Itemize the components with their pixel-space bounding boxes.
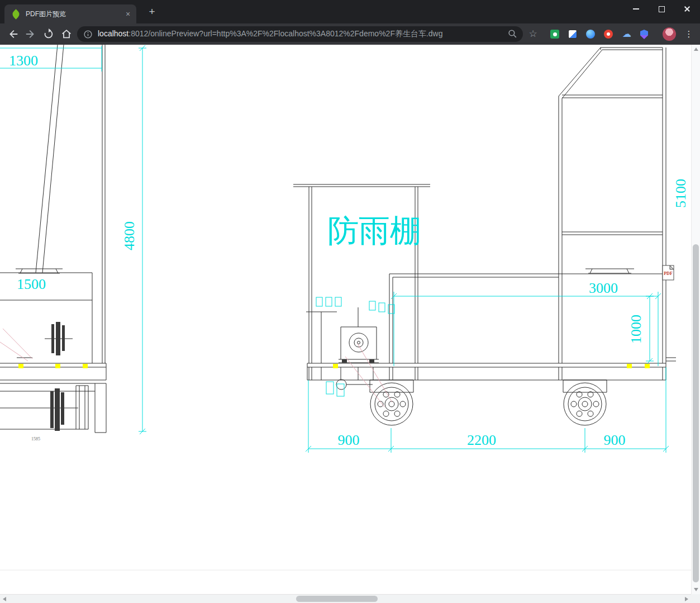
bookmark-star-icon[interactable]: ☆ [527,28,539,40]
wheel-left [370,383,413,425]
dim-900-right-label: 900 [604,432,626,448]
dimension-lines [0,45,669,453]
url-text: localhost:8012/onlinePreview?url=http%3A… [98,29,443,39]
zoom-search-icon[interactable] [507,29,518,39]
horizontal-scroll-thumb[interactable] [296,596,378,602]
translate-extension-icon[interactable] [568,30,577,39]
close-icon [684,6,691,12]
dim-1000-label: 1000 [628,315,644,344]
scroll-right-arrow[interactable] [685,597,688,601]
scroll-left-arrow[interactable] [3,597,6,601]
browser-toolbar: localhost:8012/onlinePreview?url=http%3A… [0,23,700,45]
forward-icon[interactable] [25,28,37,40]
axle-details [50,322,374,431]
dim-5100-label: 5100 [673,179,689,208]
maximize-icon [659,6,665,12]
home-icon[interactable] [60,28,73,40]
vertical-scrollbar[interactable] [691,45,700,594]
extension-icon-green[interactable] [550,30,559,39]
tab-close-icon[interactable]: × [123,10,132,18]
maximize-button[interactable] [649,0,674,18]
cloud-extension-icon[interactable]: ☁ [622,30,631,39]
dimension-labels: 1300 4800 1500 5100 3000 1000 900 2200 9… [9,53,689,448]
page-info-icon[interactable] [83,30,93,39]
horizontal-scrollbar[interactable] [0,594,700,603]
tab-title: PDF图片预览 [26,10,66,19]
new-tab-button[interactable]: + [145,5,159,18]
vertical-scroll-thumb[interactable] [693,244,699,582]
browser-tab[interactable]: PDF图片预览 × [4,4,136,23]
extension-icon-red[interactable] [604,30,613,39]
dim-small-label: 1585 [31,436,40,441]
scrollbar-corner [691,594,700,603]
pdf-badge-text: PDF [664,271,673,276]
dim-1300-label: 1300 [9,53,38,69]
browser-window: PDF图片预览 × + localhost:8012/onlin [0,0,700,603]
extension-icon-blue[interactable] [586,30,595,39]
cad-drawing-canvas: 1300 4800 1500 5100 3000 1000 900 2200 9… [0,45,691,594]
dim-2200-label: 2200 [467,432,496,448]
rain-shelter-label: 防雨棚 [327,213,421,248]
pdf-file-icon[interactable]: PDF [663,265,674,280]
highlight-marks [18,364,650,368]
url-path: :8012/onlinePreview?url=http%3A%2F%2Floc… [128,29,442,38]
shield-extension-icon[interactable] [640,30,648,39]
browser-menu-icon[interactable]: ⋮ [684,28,694,40]
url-host: localhost [98,29,128,38]
dim-900-left-label: 900 [338,432,360,448]
title-bar: PDF图片预览 × + [0,0,700,23]
back-icon[interactable] [7,28,19,40]
scroll-down-arrow[interactable] [694,588,698,591]
profile-avatar[interactable] [663,27,676,41]
reload-icon[interactable] [42,28,55,40]
dim-1500-label: 1500 [17,276,46,292]
minimize-icon [633,8,639,10]
scroll-up-arrow[interactable] [694,48,698,51]
preview-page: 1300 4800 1500 5100 3000 1000 900 2200 9… [0,45,691,594]
wheel-right [564,383,606,425]
close-window-button[interactable] [674,0,700,18]
dim-4800-label: 4800 [121,221,137,250]
dim-3000-label: 3000 [589,280,618,296]
address-bar[interactable]: localhost:8012/onlinePreview?url=http%3A… [77,26,523,42]
minimize-button[interactable] [623,0,649,18]
spring-leaf-favicon [11,9,21,19]
